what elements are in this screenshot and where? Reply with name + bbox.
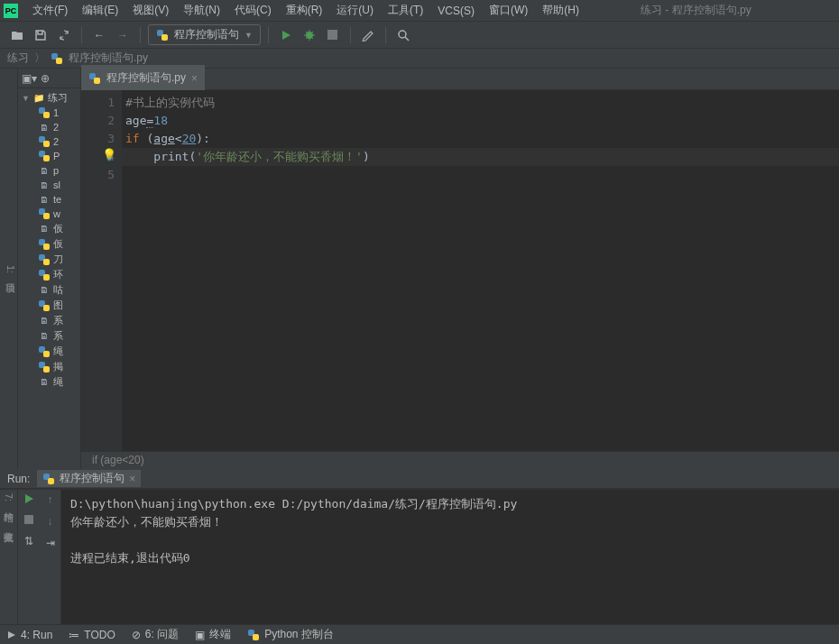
tree-item[interactable]: 2 [18, 134, 80, 149]
menu-edit[interactable]: 编辑(E) [75, 3, 125, 18]
tree-item[interactable]: 掲 [18, 359, 80, 374]
debug-button[interactable] [300, 25, 319, 45]
menubar: PC 文件(F) 编辑(E) 视图(V) 导航(N) 代码(C) 重构(R) 运… [0, 0, 839, 22]
sidebar-project-button[interactable]: 1: 项目 [4, 265, 17, 276]
rerun-button[interactable] [23, 493, 34, 504]
tree-item[interactable]: 🗎系 [18, 328, 80, 344]
tree-item[interactable]: 🗎te [18, 192, 80, 207]
tree-item[interactable]: 仮 [18, 236, 80, 252]
console-line: 你年龄还小，不能购买香烟！ [70, 513, 830, 531]
separator [268, 27, 269, 43]
tree-item[interactable]: 刀 [18, 252, 80, 267]
back-button[interactable]: ← [89, 25, 109, 45]
bottom-pyconsole-button[interactable]: Python 控制台 [247, 627, 334, 642]
soft-wrap-button[interactable]: ⇥ [46, 537, 55, 549]
breadcrumb-root[interactable]: 练习 [7, 51, 29, 66]
tree-item[interactable]: 🗎系 [18, 313, 80, 328]
menu-view[interactable]: 视图(V) [125, 3, 176, 18]
svg-rect-3 [24, 515, 33, 524]
code-number: 20 [182, 132, 197, 145]
editor-tab[interactable]: 程序控制语句.py × [81, 65, 205, 90]
tree-label: 绳 [53, 375, 63, 389]
close-icon[interactable]: × [129, 473, 135, 485]
tree-item[interactable]: P [18, 149, 80, 163]
settings-button[interactable] [358, 25, 378, 45]
tree-item[interactable]: 1 [18, 106, 80, 120]
menu-navigate[interactable]: 导航(N) [176, 3, 227, 18]
forward-button[interactable]: → [113, 25, 133, 45]
down-button[interactable]: ↓ [48, 515, 53, 528]
folder-icon: 📁 [32, 92, 45, 105]
menu-run[interactable]: 运行(U) [329, 3, 381, 18]
close-icon[interactable]: × [191, 72, 198, 85]
run-label: Run: [7, 473, 30, 485]
open-button[interactable] [7, 25, 27, 45]
tree-label: 环 [53, 268, 63, 281]
run-content: D:\python\huanjing\python.exe D:/python/… [61, 490, 839, 624]
run-controls: ⇅ [18, 490, 40, 624]
console-line: D:\python\huanjing\python.exe D:/python/… [70, 495, 830, 513]
code-ident: age [125, 114, 146, 127]
view-mode-icon[interactable]: ▣▾ [22, 72, 37, 85]
tree-label: 绳 [53, 345, 63, 358]
tree-item[interactable]: 🗎绳 [18, 374, 80, 390]
console-output[interactable]: D:\python\huanjing\python.exe D:/python/… [61, 490, 839, 624]
run-tab[interactable]: 程序控制语句 × [37, 470, 141, 487]
file-icon: 🗎 [38, 223, 51, 235]
tree-item[interactable]: 🗎咕 [18, 282, 80, 298]
sidebar-structure-button[interactable]: 7: 结构 [2, 493, 15, 504]
tree-item[interactable]: 🗎p [18, 163, 80, 178]
tree-item[interactable]: w [18, 207, 80, 221]
bottom-terminal-button[interactable]: ▣ 终端 [195, 627, 231, 642]
breadcrumb-file[interactable]: 程序控制语句.py [69, 51, 148, 66]
tree-item[interactable]: 绳 [18, 344, 80, 359]
project-panel: ▣▾ ⊕ ▼ 📁 练习 1🗎22P🗎p🗎sl🗎tew🗎仮仮刀环🗎咕图🗎系🗎系绳掲… [18, 69, 81, 469]
code-call: print [153, 150, 189, 163]
project-tree[interactable]: ▼ 📁 练习 1🗎22P🗎p🗎sl🗎tew🗎仮仮刀环🗎咕图🗎系🗎系绳掲🗎绳 [18, 88, 80, 469]
python-icon [247, 629, 260, 641]
layout-button[interactable]: ⇅ [24, 535, 33, 547]
tree-item[interactable]: 🗎2 [18, 120, 80, 134]
run-controls-2: ↑ ↓ ⇥ [40, 490, 61, 624]
python-icon [38, 106, 51, 119]
menu-code[interactable]: 代码(C) [227, 3, 279, 18]
bottom-run-button[interactable]: 4: Run [7, 629, 52, 641]
tree-item[interactable]: 🗎仮 [18, 221, 80, 236]
code-area[interactable]: 💡 #书上的实例代码 age=18 if (age<20): print('你年… [122, 90, 839, 451]
bottom-todo-button[interactable]: ≔ TODO [69, 629, 115, 641]
stop-button[interactable] [24, 515, 33, 524]
run-config-dropdown[interactable]: 程序控制语句 ▼ [148, 24, 261, 45]
project-panel-header: ▣▾ ⊕ [18, 69, 80, 88]
sync-button[interactable] [54, 25, 74, 45]
svg-point-2 [399, 31, 406, 38]
editor[interactable]: 1 2 3 4 5 💡 #书上的实例代码 age=18 if (age<20):… [81, 90, 839, 451]
python-icon [38, 207, 51, 220]
menu-window[interactable]: 窗口(W) [482, 3, 535, 18]
target-icon[interactable]: ⊕ [41, 72, 50, 85]
tree-item[interactable]: 🗎sl [18, 178, 80, 192]
menu-refactor[interactable]: 重构(R) [279, 3, 330, 18]
python-icon [42, 473, 55, 485]
bottom-problems-button[interactable]: ⊘ 6: 问题 [132, 627, 179, 642]
lightbulb-icon[interactable]: 💡 [102, 146, 116, 164]
save-button[interactable] [31, 25, 51, 45]
python-icon [51, 52, 63, 65]
console-line [70, 531, 830, 549]
search-button[interactable] [393, 25, 413, 45]
console-line: 进程已结束,退出代码0 [70, 549, 830, 567]
run-button[interactable] [276, 25, 296, 45]
stop-button[interactable] [323, 25, 343, 45]
menu-vcs[interactable]: VCS(S) [430, 5, 482, 17]
terminal-icon: ▣ [195, 629, 205, 641]
tree-label: sl [53, 179, 60, 190]
menu-file[interactable]: 文件(F) [25, 3, 75, 18]
tree-item[interactable]: 环 [18, 267, 80, 282]
menu-tools[interactable]: 工具(T) [381, 3, 430, 18]
tree-item[interactable]: 图 [18, 298, 80, 313]
main-area: 1: 项目 ▣▾ ⊕ ▼ 📁 练习 1🗎22P🗎p🗎sl🗎tew🗎仮仮刀环🗎咕图… [0, 69, 839, 469]
sidebar-favorites-button[interactable]: 2: 收藏夹 [2, 513, 15, 524]
separator [385, 27, 386, 43]
up-button[interactable]: ↑ [48, 493, 53, 506]
tree-root[interactable]: ▼ 📁 练习 [18, 90, 80, 106]
menu-help[interactable]: 帮助(H) [535, 3, 586, 18]
